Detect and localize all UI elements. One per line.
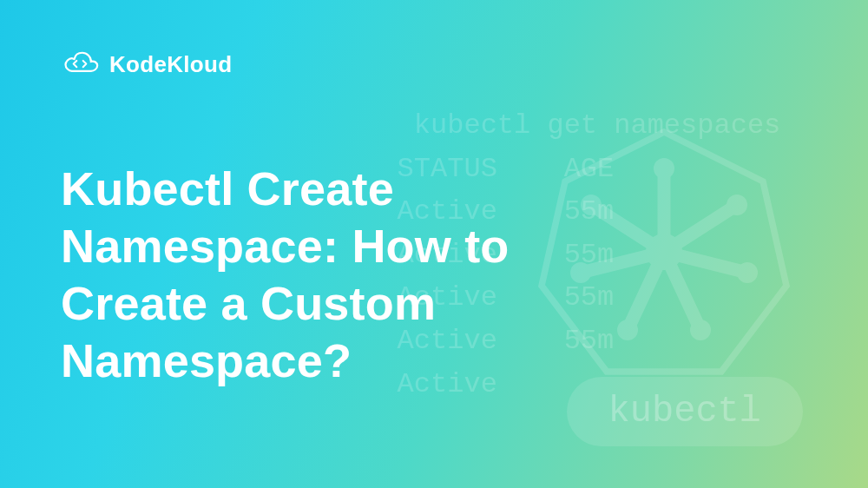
brand-name: KodeKloud bbox=[109, 51, 232, 78]
svg-point-12 bbox=[690, 320, 711, 340]
svg-point-9 bbox=[654, 158, 674, 179]
svg-marker-0 bbox=[542, 132, 786, 372]
svg-point-13 bbox=[617, 320, 638, 340]
title-block: Kubectl Create Namespace: How to Create … bbox=[61, 161, 564, 390]
svg-line-5 bbox=[664, 252, 700, 330]
svg-point-15 bbox=[581, 195, 602, 215]
cloud-code-icon bbox=[61, 50, 99, 78]
svg-line-4 bbox=[664, 252, 747, 273]
svg-line-6 bbox=[628, 252, 664, 330]
svg-line-3 bbox=[664, 205, 737, 252]
svg-line-8 bbox=[591, 205, 664, 252]
kubernetes-logo-icon bbox=[534, 122, 794, 382]
svg-point-11 bbox=[737, 262, 758, 283]
page-title: Kubectl Create Namespace: How to Create … bbox=[61, 161, 564, 390]
svg-line-7 bbox=[581, 252, 664, 273]
svg-point-14 bbox=[570, 262, 591, 283]
svg-point-10 bbox=[727, 195, 747, 215]
hero-container: kubectl get namespaces STATUS AGE Active… bbox=[0, 0, 868, 488]
brand-logo: KodeKloud bbox=[61, 50, 807, 78]
svg-point-1 bbox=[646, 234, 682, 270]
kubectl-badge: kubectl bbox=[567, 377, 803, 446]
